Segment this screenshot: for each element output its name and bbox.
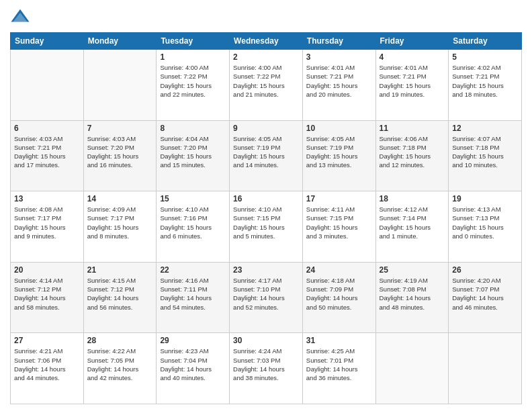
day-number: 27 xyxy=(14,336,80,345)
calendar-cell: 4Sunrise: 4:01 AMSunset: 7:21 PMDaylight… xyxy=(375,50,449,121)
day-number: 11 xyxy=(380,124,445,133)
day-info-line: Daylight: 14 hours xyxy=(306,293,372,302)
calendar-cell: 11Sunrise: 4:06 AMSunset: 7:18 PMDayligh… xyxy=(375,120,449,191)
day-info-line: Sunrise: 4:05 AM xyxy=(233,134,299,143)
day-number: 14 xyxy=(87,194,153,203)
calendar-cell: 3Sunrise: 4:01 AMSunset: 7:21 PMDaylight… xyxy=(302,50,375,121)
day-info-line: Sunrise: 4:17 AM xyxy=(233,276,299,285)
day-info-line: Sunrise: 4:22 AM xyxy=(87,347,153,355)
day-info-line: Sunset: 7:03 PM xyxy=(233,356,299,365)
logo xyxy=(10,7,33,27)
day-number: 31 xyxy=(306,336,372,345)
day-info-line: and 16 minutes. xyxy=(87,161,153,169)
calendar-week-row: 6Sunrise: 4:03 AMSunset: 7:21 PMDaylight… xyxy=(11,120,522,191)
day-info-line: and 50 minutes. xyxy=(306,303,372,312)
day-number: 1 xyxy=(160,52,226,62)
day-info-line: Sunset: 7:13 PM xyxy=(452,214,518,222)
day-info-line: and 18 minutes. xyxy=(452,90,518,99)
day-info-line: Sunrise: 4:20 AM xyxy=(452,276,518,285)
day-number: 2 xyxy=(233,52,299,62)
day-info-line: Sunset: 7:20 PM xyxy=(160,143,226,152)
day-info-line: and 10 minutes. xyxy=(452,161,518,169)
col-wednesday: Wednesday xyxy=(230,33,303,50)
day-info-line: Sunset: 7:17 PM xyxy=(14,214,80,222)
day-info-line: Daylight: 15 hours xyxy=(380,152,445,161)
calendar-cell: 2Sunrise: 4:00 AMSunset: 7:22 PMDaylight… xyxy=(230,50,303,121)
day-info-line: and 44 minutes. xyxy=(14,373,80,382)
day-info-line: Daylight: 15 hours xyxy=(380,223,445,232)
calendar-cell: 14Sunrise: 4:09 AMSunset: 7:17 PMDayligh… xyxy=(83,191,157,263)
day-info-line: Daylight: 15 hours xyxy=(233,152,299,161)
calendar-cell: 26Sunrise: 4:20 AMSunset: 7:07 PMDayligh… xyxy=(449,262,522,333)
calendar-cell xyxy=(11,50,84,121)
day-info-line: Sunset: 7:16 PM xyxy=(160,214,226,222)
day-number: 6 xyxy=(14,124,80,133)
day-info-line: Sunset: 7:18 PM xyxy=(380,143,445,152)
day-info-line: Daylight: 14 hours xyxy=(306,365,372,373)
day-number: 29 xyxy=(160,336,226,345)
day-info-line: Sunrise: 4:19 AM xyxy=(380,276,445,285)
day-info-line: Sunrise: 4:12 AM xyxy=(380,205,445,214)
header xyxy=(10,7,522,27)
day-info-line: and 42 minutes. xyxy=(87,373,153,382)
day-number: 15 xyxy=(160,194,226,203)
day-number: 23 xyxy=(233,265,299,275)
day-info-line: Daylight: 15 hours xyxy=(233,223,299,232)
day-info-line: and 19 minutes. xyxy=(380,90,445,99)
day-info-line: Sunrise: 4:00 AM xyxy=(233,63,299,72)
day-info-line: and 15 minutes. xyxy=(160,161,226,169)
day-info-line: and 14 minutes. xyxy=(233,161,299,169)
calendar-cell xyxy=(83,50,157,121)
day-info-line: Sunset: 7:15 PM xyxy=(233,214,299,222)
calendar-cell: 24Sunrise: 4:18 AMSunset: 7:09 PMDayligh… xyxy=(302,262,375,333)
calendar-cell: 6Sunrise: 4:03 AMSunset: 7:21 PMDaylight… xyxy=(11,120,84,191)
day-number: 28 xyxy=(87,336,153,345)
day-number: 17 xyxy=(306,194,372,203)
day-info-line: Daylight: 15 hours xyxy=(306,223,372,232)
calendar-cell: 22Sunrise: 4:16 AMSunset: 7:11 PMDayligh… xyxy=(157,262,230,333)
day-info-line: Daylight: 15 hours xyxy=(14,152,80,161)
day-number: 10 xyxy=(306,124,372,133)
day-info-line: Sunrise: 4:03 AM xyxy=(14,134,80,143)
day-info-line: Sunrise: 4:13 AM xyxy=(452,205,518,214)
day-info-line: and 48 minutes. xyxy=(380,303,445,312)
calendar-cell: 5Sunrise: 4:02 AMSunset: 7:21 PMDaylight… xyxy=(449,50,522,121)
calendar-cell: 30Sunrise: 4:24 AMSunset: 7:03 PMDayligh… xyxy=(230,333,303,404)
day-info-line: and 21 minutes. xyxy=(233,90,299,99)
day-info-line: Sunrise: 4:10 AM xyxy=(160,205,226,214)
day-info-line: Daylight: 15 hours xyxy=(87,223,153,232)
calendar-cell: 18Sunrise: 4:12 AMSunset: 7:14 PMDayligh… xyxy=(375,191,449,263)
day-info-line: Sunset: 7:14 PM xyxy=(380,214,445,222)
day-info-line: Sunset: 7:01 PM xyxy=(306,356,372,365)
day-info-line: Sunset: 7:07 PM xyxy=(452,285,518,293)
day-number: 4 xyxy=(380,52,445,62)
day-info-line: and 36 minutes. xyxy=(306,373,372,382)
day-info-line: Daylight: 15 hours xyxy=(233,81,299,90)
day-info-line: and 56 minutes. xyxy=(87,303,153,312)
day-info-line: and 8 minutes. xyxy=(87,232,153,240)
day-info-line: Daylight: 15 hours xyxy=(452,223,518,232)
col-tuesday: Tuesday xyxy=(157,33,230,50)
day-info-line: Sunset: 7:19 PM xyxy=(233,143,299,152)
day-info-line: Daylight: 14 hours xyxy=(233,365,299,373)
day-info-line: and 46 minutes. xyxy=(452,303,518,312)
day-info-line: Sunrise: 4:01 AM xyxy=(380,63,445,72)
day-number: 19 xyxy=(452,194,518,203)
day-info-line: Daylight: 15 hours xyxy=(380,81,445,90)
day-info-line: and 12 minutes. xyxy=(380,161,445,169)
calendar-cell: 1Sunrise: 4:00 AMSunset: 7:22 PMDaylight… xyxy=(157,50,230,121)
day-info-line: Sunrise: 4:10 AM xyxy=(233,205,299,214)
logo-icon xyxy=(10,7,30,27)
day-info-line: Sunset: 7:21 PM xyxy=(380,72,445,81)
day-info-line: Sunrise: 4:07 AM xyxy=(452,134,518,143)
day-info-line: Daylight: 15 hours xyxy=(160,152,226,161)
day-info-line: Daylight: 14 hours xyxy=(380,293,445,302)
day-info-line: and 52 minutes. xyxy=(233,303,299,312)
day-info-line: Sunrise: 4:06 AM xyxy=(380,134,445,143)
day-info-line: Sunrise: 4:14 AM xyxy=(14,276,80,285)
day-info-line: Sunset: 7:12 PM xyxy=(87,285,153,293)
day-info-line: Sunset: 7:17 PM xyxy=(87,214,153,222)
day-info-line: Sunrise: 4:18 AM xyxy=(306,276,372,285)
day-number: 9 xyxy=(233,124,299,133)
calendar-cell: 16Sunrise: 4:10 AMSunset: 7:15 PMDayligh… xyxy=(230,191,303,263)
